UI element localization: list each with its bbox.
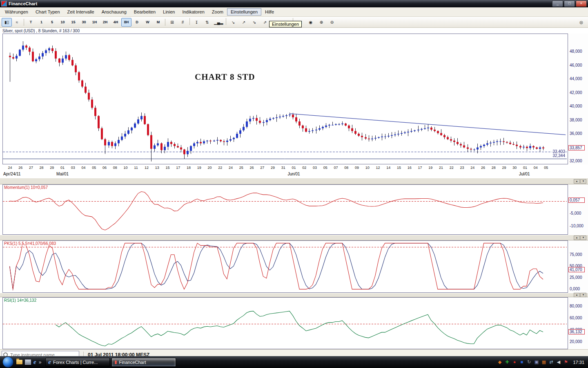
- menu-item-anschauung[interactable]: Anschauung: [98, 8, 130, 16]
- price-chart-plot[interactable]: CHART 8 STD 33,403 32,344: [2, 34, 568, 164]
- show-desktop-icon[interactable]: [25, 359, 31, 365]
- tray-volume-icon[interactable]: ◀: [555, 359, 561, 365]
- tray-flag-icon[interactable]: ⚑: [563, 359, 569, 365]
- rsi-canvas[interactable]: [3, 298, 567, 348]
- regression-icon[interactable]: ⇗: [260, 18, 270, 27]
- momentum-canvas[interactable]: [3, 185, 567, 233]
- zoom-in-icon[interactable]: ⊕: [316, 18, 326, 27]
- x-tick-label: 28: [40, 166, 44, 170]
- menu-item-w-hrungen[interactable]: Währungen: [1, 8, 32, 16]
- pks-canvas[interactable]: [3, 241, 567, 292]
- close-button[interactable]: ×: [576, 0, 587, 7]
- x-tick-label: 27: [260, 166, 264, 170]
- pks-plot[interactable]: PKS(1) 5,5,5=41,070/66,083: [2, 240, 568, 293]
- tray-calendar-icon[interactable]: ▦: [541, 359, 547, 365]
- interval-8h-button[interactable]: 8H: [121, 18, 131, 27]
- x-tick-label: 01: [523, 166, 527, 170]
- interval-t-button[interactable]: T: [26, 18, 36, 27]
- collapse-up-icon[interactable]: ▲: [574, 236, 580, 240]
- menu-item-zoom[interactable]: Zoom: [208, 8, 227, 16]
- x-tick-label: 08: [344, 166, 348, 170]
- candlestick-canvas[interactable]: [3, 34, 567, 163]
- info-pointer-icon[interactable]: ↧: [192, 18, 202, 27]
- pks-panel: PKS(1) 5,5,5=41,070/66,083 41,070 75,000…: [2, 240, 588, 293]
- rsi-label: RSI(1) 14=36,132: [4, 298, 36, 303]
- compare-icon[interactable]: ⊞: [167, 18, 177, 27]
- minimize-button[interactable]: _: [552, 0, 563, 7]
- channel-icon[interactable]: ⇘: [249, 18, 259, 27]
- x-tick-label: 26: [18, 166, 22, 170]
- interval-1h-button[interactable]: 1H: [89, 18, 100, 27]
- tray-network-icon[interactable]: ⇄: [548, 359, 554, 365]
- toolbar-tooltip: Einstellungen: [269, 21, 302, 27]
- x-month-label: Apr/24/11: [3, 172, 21, 176]
- tray-display-icon[interactable]: ▣: [533, 359, 539, 365]
- title-bar[interactable]: FinanceChart _□×: [0, 0, 588, 7]
- chevron-icon[interactable]: »: [39, 359, 42, 365]
- x-tick-label: 29: [50, 166, 54, 170]
- x-tick-label: 28: [492, 166, 496, 170]
- collapse-down-icon[interactable]: ▼: [580, 293, 586, 297]
- menu-item-zeit-intervalle[interactable]: Zeit Intervalle: [64, 8, 98, 16]
- menu-bar: WährungenChart TypenZeit IntervalleAnsch…: [0, 7, 588, 17]
- interval-5-button[interactable]: 5: [47, 18, 57, 27]
- start-button[interactable]: [2, 357, 13, 368]
- interval-10-button[interactable]: 10: [58, 18, 68, 27]
- zoom-out-icon[interactable]: ⊖: [327, 18, 337, 27]
- pks-value-badge: 41,070: [568, 267, 585, 272]
- taskbar-button-forex-charts-curre-[interactable]: eForex Charts | Curre...: [45, 358, 110, 367]
- toolbar-separator: [165, 19, 165, 26]
- panel-splitter[interactable]: ▲▼: [0, 293, 588, 297]
- collapse-down-icon[interactable]: ▼: [580, 179, 586, 184]
- trendline-up-icon[interactable]: ↗: [238, 18, 249, 27]
- interval-4h-button[interactable]: 4H: [111, 18, 121, 27]
- collapse-up-icon[interactable]: ▲: [574, 179, 580, 184]
- interval-d-button[interactable]: D: [132, 18, 142, 27]
- interval-m-button[interactable]: M: [153, 18, 163, 27]
- axis-tick-label: -10,000: [570, 224, 584, 228]
- pks-label: PKS(1) 5,5,5=41,070/66,083: [4, 241, 56, 246]
- tray-app-orange-icon[interactable]: ◆: [497, 359, 503, 365]
- candlestick-chart-icon[interactable]: ▮▯: [2, 18, 12, 27]
- panel-splitter[interactable]: ▲▼: [0, 235, 588, 240]
- x-tick-label: 13: [155, 166, 159, 170]
- settings-icon[interactable]: ◉: [305, 18, 316, 27]
- internet-explorer-icon[interactable]: e: [33, 359, 36, 365]
- data-window-icon[interactable]: ⇅: [202, 18, 212, 27]
- tray-antivirus-icon[interactable]: ✚: [504, 359, 510, 365]
- interval-w-button[interactable]: W: [143, 18, 153, 27]
- menu-item-indikatoren[interactable]: Indikatoren: [178, 8, 208, 16]
- trendline-down-icon[interactable]: ↘: [228, 18, 238, 27]
- interval-30-button[interactable]: 30: [79, 18, 89, 27]
- interval-1-button[interactable]: 1: [36, 18, 47, 27]
- interval-2h-button[interactable]: 2H: [100, 18, 110, 27]
- x-tick-label: 03: [71, 166, 75, 170]
- tray-app-blue-icon[interactable]: ■: [519, 359, 525, 365]
- line-chart-icon[interactable]: ≈: [12, 18, 22, 27]
- x-tick-label: 14: [386, 166, 390, 170]
- momentum-plot[interactable]: Momentum(1) 10=0,057: [2, 184, 568, 235]
- rsi-plot[interactable]: RSI(1) 14=36,132: [2, 297, 568, 349]
- collapse-up-icon[interactable]: ▲: [574, 293, 580, 297]
- tray-alert-icon[interactable]: ●: [511, 359, 517, 365]
- panel-splitter[interactable]: ▲▼: [0, 178, 588, 184]
- tray-sync-icon[interactable]: ↻: [526, 359, 532, 365]
- menu-item-chart-typen[interactable]: Chart Typen: [32, 8, 64, 16]
- menu-item-linien[interactable]: Linien: [159, 8, 178, 16]
- x-tick-label: 19: [197, 166, 201, 170]
- grid-icon[interactable]: #: [178, 18, 188, 27]
- x-tick-label: 10: [365, 166, 370, 170]
- system-tray: ◆✚●■↻▣▦⇄◀⚑ 17:31: [497, 359, 588, 365]
- support-solid-label: 32,344: [552, 153, 566, 158]
- maximize-button[interactable]: □: [564, 0, 575, 7]
- interval-15-button[interactable]: 15: [68, 18, 78, 27]
- pin-icon[interactable]: ◎: [576, 18, 586, 27]
- collapse-down-icon[interactable]: ▼: [580, 236, 586, 240]
- x-tick-label: 27: [29, 166, 33, 170]
- taskbar-button-financechart[interactable]: ▮FinanceChart: [111, 358, 176, 367]
- menu-item-hilfe[interactable]: Hilfe: [261, 8, 278, 16]
- menu-item-einstellungen[interactable]: Einstellungen: [227, 8, 261, 16]
- volume-icon[interactable]: ▁▄▂: [213, 18, 224, 27]
- folder-icon[interactable]: [16, 360, 22, 364]
- menu-item-bearbeiten[interactable]: Bearbeiten: [130, 8, 159, 16]
